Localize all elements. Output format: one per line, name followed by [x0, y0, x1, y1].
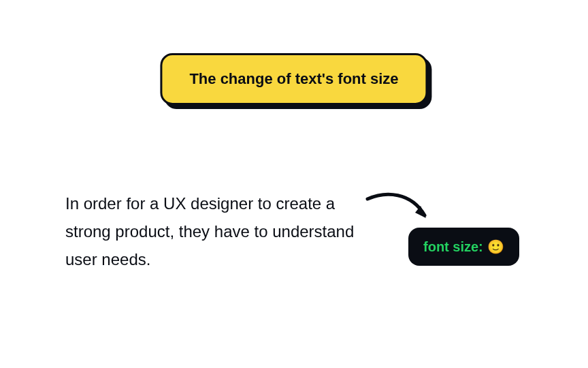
- callout-label: font size:: [423, 239, 483, 255]
- title-box: The change of text's font size: [160, 53, 427, 105]
- font-size-callout: font size: 🙂: [408, 228, 519, 266]
- title-text: The change of text's font size: [189, 70, 398, 88]
- smile-emoji-icon: 🙂: [487, 239, 504, 255]
- body-paragraph: In order for a UX designer to create a s…: [65, 190, 358, 273]
- arrow-icon: [362, 187, 437, 228]
